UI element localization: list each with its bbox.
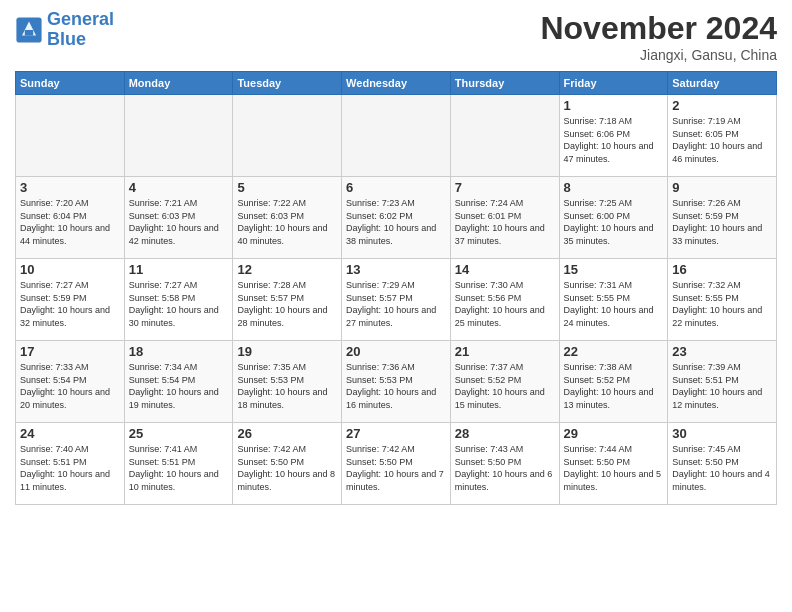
day-cell: 15Sunrise: 7:31 AMSunset: 5:55 PMDayligh…	[559, 259, 668, 341]
day-cell	[342, 95, 451, 177]
day-cell: 23Sunrise: 7:39 AMSunset: 5:51 PMDayligh…	[668, 341, 777, 423]
day-cell: 26Sunrise: 7:42 AMSunset: 5:50 PMDayligh…	[233, 423, 342, 505]
day-info: Sunrise: 7:43 AMSunset: 5:50 PMDaylight:…	[455, 443, 555, 493]
day-number: 2	[672, 98, 772, 113]
day-number: 10	[20, 262, 120, 277]
day-info: Sunrise: 7:19 AMSunset: 6:05 PMDaylight:…	[672, 115, 772, 165]
day-cell: 1Sunrise: 7:18 AMSunset: 6:06 PMDaylight…	[559, 95, 668, 177]
day-number: 30	[672, 426, 772, 441]
day-info: Sunrise: 7:21 AMSunset: 6:03 PMDaylight:…	[129, 197, 229, 247]
day-cell	[450, 95, 559, 177]
logo: General Blue	[15, 10, 114, 50]
day-number: 11	[129, 262, 229, 277]
day-cell: 22Sunrise: 7:38 AMSunset: 5:52 PMDayligh…	[559, 341, 668, 423]
day-cell: 9Sunrise: 7:26 AMSunset: 5:59 PMDaylight…	[668, 177, 777, 259]
day-cell: 5Sunrise: 7:22 AMSunset: 6:03 PMDaylight…	[233, 177, 342, 259]
day-cell	[233, 95, 342, 177]
day-info: Sunrise: 7:44 AMSunset: 5:50 PMDaylight:…	[564, 443, 664, 493]
weekday-header-tuesday: Tuesday	[233, 72, 342, 95]
day-cell: 6Sunrise: 7:23 AMSunset: 6:02 PMDaylight…	[342, 177, 451, 259]
day-info: Sunrise: 7:37 AMSunset: 5:52 PMDaylight:…	[455, 361, 555, 411]
weekday-header-sunday: Sunday	[16, 72, 125, 95]
day-number: 8	[564, 180, 664, 195]
day-number: 19	[237, 344, 337, 359]
day-info: Sunrise: 7:39 AMSunset: 5:51 PMDaylight:…	[672, 361, 772, 411]
weekday-header-thursday: Thursday	[450, 72, 559, 95]
weekday-header-wednesday: Wednesday	[342, 72, 451, 95]
day-number: 25	[129, 426, 229, 441]
day-number: 9	[672, 180, 772, 195]
day-info: Sunrise: 7:20 AMSunset: 6:04 PMDaylight:…	[20, 197, 120, 247]
header: General Blue November 2024 Jiangxi, Gans…	[15, 10, 777, 63]
day-cell: 16Sunrise: 7:32 AMSunset: 5:55 PMDayligh…	[668, 259, 777, 341]
day-cell: 4Sunrise: 7:21 AMSunset: 6:03 PMDaylight…	[124, 177, 233, 259]
day-cell: 25Sunrise: 7:41 AMSunset: 5:51 PMDayligh…	[124, 423, 233, 505]
calendar-table: SundayMondayTuesdayWednesdayThursdayFrid…	[15, 71, 777, 505]
day-info: Sunrise: 7:18 AMSunset: 6:06 PMDaylight:…	[564, 115, 664, 165]
weekday-header-row: SundayMondayTuesdayWednesdayThursdayFrid…	[16, 72, 777, 95]
day-cell: 3Sunrise: 7:20 AMSunset: 6:04 PMDaylight…	[16, 177, 125, 259]
day-info: Sunrise: 7:31 AMSunset: 5:55 PMDaylight:…	[564, 279, 664, 329]
day-number: 18	[129, 344, 229, 359]
day-info: Sunrise: 7:40 AMSunset: 5:51 PMDaylight:…	[20, 443, 120, 493]
week-row-1: 1Sunrise: 7:18 AMSunset: 6:06 PMDaylight…	[16, 95, 777, 177]
day-info: Sunrise: 7:33 AMSunset: 5:54 PMDaylight:…	[20, 361, 120, 411]
day-cell: 17Sunrise: 7:33 AMSunset: 5:54 PMDayligh…	[16, 341, 125, 423]
day-info: Sunrise: 7:38 AMSunset: 5:52 PMDaylight:…	[564, 361, 664, 411]
day-cell: 12Sunrise: 7:28 AMSunset: 5:57 PMDayligh…	[233, 259, 342, 341]
day-cell: 8Sunrise: 7:25 AMSunset: 6:00 PMDaylight…	[559, 177, 668, 259]
day-number: 15	[564, 262, 664, 277]
day-cell	[124, 95, 233, 177]
day-info: Sunrise: 7:30 AMSunset: 5:56 PMDaylight:…	[455, 279, 555, 329]
day-cell: 7Sunrise: 7:24 AMSunset: 6:01 PMDaylight…	[450, 177, 559, 259]
logo-blue: Blue	[47, 29, 86, 49]
day-number: 6	[346, 180, 446, 195]
day-number: 27	[346, 426, 446, 441]
day-cell: 30Sunrise: 7:45 AMSunset: 5:50 PMDayligh…	[668, 423, 777, 505]
logo-text: General Blue	[47, 10, 114, 50]
day-info: Sunrise: 7:23 AMSunset: 6:02 PMDaylight:…	[346, 197, 446, 247]
day-cell: 20Sunrise: 7:36 AMSunset: 5:53 PMDayligh…	[342, 341, 451, 423]
month-title: November 2024	[540, 10, 777, 47]
day-info: Sunrise: 7:32 AMSunset: 5:55 PMDaylight:…	[672, 279, 772, 329]
week-row-2: 3Sunrise: 7:20 AMSunset: 6:04 PMDaylight…	[16, 177, 777, 259]
day-cell: 27Sunrise: 7:42 AMSunset: 5:50 PMDayligh…	[342, 423, 451, 505]
day-info: Sunrise: 7:45 AMSunset: 5:50 PMDaylight:…	[672, 443, 772, 493]
day-number: 12	[237, 262, 337, 277]
logo-icon	[15, 16, 43, 44]
day-cell: 28Sunrise: 7:43 AMSunset: 5:50 PMDayligh…	[450, 423, 559, 505]
day-info: Sunrise: 7:34 AMSunset: 5:54 PMDaylight:…	[129, 361, 229, 411]
day-number: 7	[455, 180, 555, 195]
day-info: Sunrise: 7:36 AMSunset: 5:53 PMDaylight:…	[346, 361, 446, 411]
day-number: 4	[129, 180, 229, 195]
day-cell: 13Sunrise: 7:29 AMSunset: 5:57 PMDayligh…	[342, 259, 451, 341]
day-number: 24	[20, 426, 120, 441]
day-info: Sunrise: 7:22 AMSunset: 6:03 PMDaylight:…	[237, 197, 337, 247]
day-info: Sunrise: 7:26 AMSunset: 5:59 PMDaylight:…	[672, 197, 772, 247]
day-number: 16	[672, 262, 772, 277]
weekday-header-saturday: Saturday	[668, 72, 777, 95]
day-number: 3	[20, 180, 120, 195]
day-info: Sunrise: 7:27 AMSunset: 5:58 PMDaylight:…	[129, 279, 229, 329]
week-row-4: 17Sunrise: 7:33 AMSunset: 5:54 PMDayligh…	[16, 341, 777, 423]
day-number: 29	[564, 426, 664, 441]
day-number: 20	[346, 344, 446, 359]
day-info: Sunrise: 7:28 AMSunset: 5:57 PMDaylight:…	[237, 279, 337, 329]
day-info: Sunrise: 7:29 AMSunset: 5:57 PMDaylight:…	[346, 279, 446, 329]
day-number: 1	[564, 98, 664, 113]
day-cell: 24Sunrise: 7:40 AMSunset: 5:51 PMDayligh…	[16, 423, 125, 505]
day-number: 21	[455, 344, 555, 359]
weekday-header-friday: Friday	[559, 72, 668, 95]
day-number: 23	[672, 344, 772, 359]
day-info: Sunrise: 7:25 AMSunset: 6:00 PMDaylight:…	[564, 197, 664, 247]
day-cell: 10Sunrise: 7:27 AMSunset: 5:59 PMDayligh…	[16, 259, 125, 341]
day-info: Sunrise: 7:42 AMSunset: 5:50 PMDaylight:…	[346, 443, 446, 493]
day-cell: 18Sunrise: 7:34 AMSunset: 5:54 PMDayligh…	[124, 341, 233, 423]
day-info: Sunrise: 7:42 AMSunset: 5:50 PMDaylight:…	[237, 443, 337, 493]
day-number: 28	[455, 426, 555, 441]
day-info: Sunrise: 7:27 AMSunset: 5:59 PMDaylight:…	[20, 279, 120, 329]
day-number: 26	[237, 426, 337, 441]
page: General Blue November 2024 Jiangxi, Gans…	[0, 0, 792, 612]
day-number: 22	[564, 344, 664, 359]
day-cell: 21Sunrise: 7:37 AMSunset: 5:52 PMDayligh…	[450, 341, 559, 423]
